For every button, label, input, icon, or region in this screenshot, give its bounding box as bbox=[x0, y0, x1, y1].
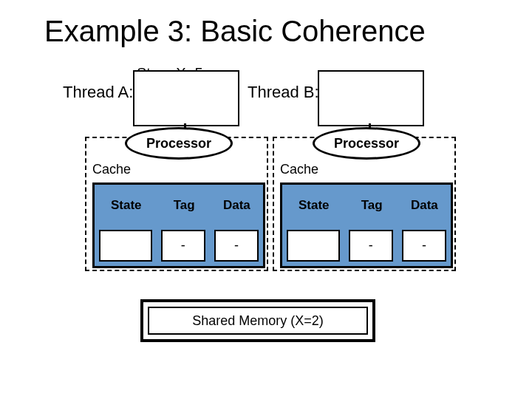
cache-b-table: State Tag Data - - bbox=[280, 183, 453, 268]
cell-data: - bbox=[214, 230, 259, 262]
thread-b-label: Thread B: bbox=[248, 83, 319, 102]
cell-tag: - bbox=[161, 230, 205, 262]
thread-a-label: Thread A: bbox=[63, 83, 133, 102]
shared-memory-box: Shared Memory (X=2) bbox=[140, 299, 375, 342]
core-b-box: Processor Cache State Tag Data - - bbox=[273, 137, 456, 271]
col-data-header: Data bbox=[211, 185, 263, 225]
cell-state bbox=[99, 230, 152, 262]
col-data-header: Data bbox=[398, 185, 451, 225]
cell-tag: - bbox=[349, 230, 393, 262]
processor-a-oval: Processor bbox=[125, 127, 233, 160]
table-header-row: State Tag Data bbox=[282, 185, 451, 225]
thread-a-box bbox=[133, 70, 239, 126]
cell-state bbox=[287, 230, 340, 262]
processor-b-oval: Processor bbox=[313, 127, 420, 160]
table-row: - - bbox=[282, 225, 451, 266]
cell-data: - bbox=[402, 230, 446, 262]
thread-b-box bbox=[318, 70, 424, 126]
cache-b-label: Cache bbox=[280, 162, 318, 177]
table-row: - - bbox=[95, 225, 263, 266]
core-a-box: Processor Cache State Tag Data - - bbox=[85, 137, 268, 271]
col-tag-header: Tag bbox=[158, 185, 211, 225]
col-state-header: State bbox=[95, 185, 158, 225]
page-title: Example 3: Basic Coherence bbox=[44, 15, 426, 48]
table-header-row: State Tag Data bbox=[95, 185, 263, 225]
cache-a-table: State Tag Data - - bbox=[92, 183, 265, 268]
cache-a-label: Cache bbox=[92, 162, 131, 177]
col-tag-header: Tag bbox=[346, 185, 398, 225]
col-state-header: State bbox=[282, 185, 346, 225]
